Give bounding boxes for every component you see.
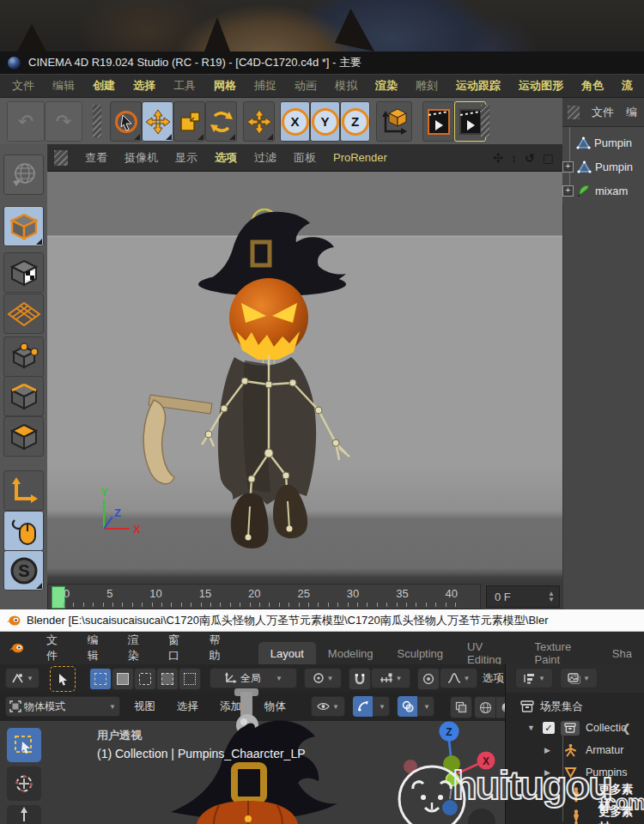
om-menu-edit[interactable]: 编 <box>626 105 637 120</box>
coordinate-system-button[interactable] <box>376 101 412 142</box>
frame-spinner[interactable]: ▲▼ <box>548 591 559 603</box>
disclosure-triangle[interactable]: ▶ <box>544 746 550 754</box>
c4d-menu-motion-tracker[interactable]: 运动跟踪 <box>456 78 501 94</box>
c4d-menu-mograph[interactable]: 运动图形 <box>519 78 563 94</box>
select-mode-box[interactable] <box>112 668 134 690</box>
render-view-button[interactable] <box>422 101 454 142</box>
c4d-timeline-ruler[interactable]: 0 5 10 15 20 25 30 35 40 <box>47 584 481 609</box>
workspace-tab-modeling[interactable]: Modeling <box>316 642 386 664</box>
workspace-tab-texture-paint[interactable]: Texture Paint <box>523 642 600 664</box>
c4d-menu-simulate[interactable]: 模拟 <box>335 78 357 94</box>
c4d-menu-animate[interactable]: 动画 <box>295 78 317 94</box>
collection-checkbox[interactable]: ✓ <box>543 722 555 734</box>
c4d-menu-edit[interactable]: 编辑 <box>52 78 75 94</box>
gizmos-dropdown[interactable]: ▼ <box>352 696 390 717</box>
workspace-tab-uv-editing[interactable]: UV Editing <box>455 642 522 664</box>
vp-menu-view[interactable]: 查看 <box>85 150 107 166</box>
vp-dolly-icon[interactable]: ↕ <box>511 151 517 165</box>
bl-menu-edit[interactable]: 编辑 <box>87 633 105 663</box>
vp-pan-icon[interactable]: ✣ <box>493 151 503 165</box>
bl-menu-render[interactable]: 渲染 <box>128 633 146 663</box>
c4d-menu-sculpt[interactable]: 雕刻 <box>416 78 438 94</box>
live-selection-tool[interactable] <box>110 101 142 142</box>
polygons-mode-button[interactable] <box>3 416 44 457</box>
workplane-mode-button[interactable] <box>3 294 44 334</box>
pumpins-row[interactable]: ▶ Pumpins <box>505 763 644 782</box>
outliner-editor-dropdown[interactable]: ▼ <box>515 668 553 688</box>
enable-axis-button[interactable] <box>3 470 44 511</box>
vp-menu-filter[interactable]: 过滤 <box>254 150 276 166</box>
z-axis-lock-button[interactable]: Z <box>340 101 370 142</box>
c4d-menu-mesh[interactable]: 网格 <box>214 78 236 94</box>
undo-button[interactable]: ↶ <box>7 101 45 142</box>
gizmo-minus-z[interactable] <box>442 800 458 815</box>
vp-menu-options[interactable]: 选项 <box>215 150 237 166</box>
c4d-menu-character[interactable]: 角色 <box>581 78 604 94</box>
move-tool[interactable] <box>142 101 173 142</box>
last-used-tool[interactable] <box>243 101 275 142</box>
workspace-tab-layout[interactable]: Layout <box>258 642 316 664</box>
c4d-menu-select[interactable]: 选择 <box>133 78 155 94</box>
bl-menu-help[interactable]: 帮助 <box>209 633 227 663</box>
disclosure-triangle[interactable]: ▶ <box>544 768 550 777</box>
xray-toggle[interactable] <box>450 696 472 718</box>
om-menu-file[interactable]: 文件 <box>592 105 614 120</box>
c4d-menu-tools[interactable]: 工具 <box>173 78 196 94</box>
make-editable-button[interactable] <box>3 154 44 195</box>
drag-handle[interactable] <box>54 150 68 166</box>
x-axis-lock-button[interactable]: X <box>280 101 310 142</box>
mode-dropdown[interactable]: 物体模式 ▼ <box>5 696 120 717</box>
expand-toggle[interactable]: + <box>562 161 574 173</box>
c4d-menu-snap[interactable]: 捕捉 <box>254 78 276 94</box>
select-mode-circle[interactable] <box>134 668 156 690</box>
select-mode-tweak[interactable] <box>89 668 112 690</box>
object-row-pumpkin-2[interactable]: + Pumpin <box>562 155 644 178</box>
disclosure-triangle[interactable]: ▼ <box>527 724 535 732</box>
bl-cursor-tool[interactable] <box>7 766 41 801</box>
blender-viewport[interactable]: 用户透视 (1) Collection | Pumpins_Chaarcter_… <box>0 721 505 824</box>
c4d-menu-create[interactable]: 创建 <box>93 78 115 94</box>
c4d-menu-render[interactable]: 渲染 <box>375 78 398 94</box>
bl-menu-window[interactable]: 窗口 <box>168 633 186 663</box>
active-tool-button[interactable] <box>50 666 76 692</box>
vp-rotate-icon[interactable]: ↺ <box>525 151 535 165</box>
snap-settings-button[interactable]: S <box>3 550 44 591</box>
editor-type-dropdown[interactable]: ▼ <box>5 668 39 688</box>
vp-menu-camera[interactable]: 摄像机 <box>125 150 158 166</box>
overlays-toggle[interactable] <box>398 696 417 717</box>
gizmos-toggle[interactable] <box>353 696 373 717</box>
gizmo-origin[interactable] <box>447 773 459 786</box>
redo-button[interactable]: ↷ <box>45 101 82 142</box>
c4d-viewport[interactable]: Y Z X <box>47 172 562 584</box>
gizmo-y-axis[interactable] <box>443 755 460 772</box>
c4d-menu-pipeline[interactable]: 流 <box>622 78 633 94</box>
proportional-editing-toggle[interactable] <box>417 668 440 690</box>
options-menu[interactable]: 选项 <box>483 664 504 693</box>
shading-wireframe-button[interactable] <box>474 696 496 718</box>
armature-row[interactable]: ▶ Armatur <box>505 741 644 760</box>
object-row-pumpkin-1[interactable]: Pumpin <box>562 131 644 154</box>
workspace-tab-shading[interactable]: Sha <box>600 642 644 664</box>
sidebar-collapse-arrow[interactable]: ❮ <box>622 722 631 735</box>
bl-move-tool[interactable] <box>7 805 41 824</box>
scale-tool[interactable] <box>173 101 205 142</box>
bl-vp-menu-view[interactable]: 视图 <box>134 693 155 721</box>
rotate-tool[interactable] <box>205 101 237 142</box>
vp-menu-prorender[interactable]: ProRender <box>333 151 387 164</box>
edges-mode-button[interactable] <box>3 376 44 416</box>
falloff-dropdown[interactable]: ▼ <box>440 668 477 688</box>
model-mode-button[interactable] <box>3 206 44 246</box>
texture-mode-button[interactable] <box>3 252 44 293</box>
bl-select-box-tool[interactable] <box>7 728 41 762</box>
overlays-dropdown[interactable]: ▼ <box>397 696 434 717</box>
bl-menu-file[interactable]: 文件 <box>46 633 64 663</box>
scene-collection-row[interactable]: 场景集合 <box>505 697 644 716</box>
vp-maximize-icon[interactable]: ▢ <box>543 151 554 165</box>
vp-menu-panel[interactable]: 面板 <box>294 150 316 166</box>
snap-target-dropdown[interactable]: ▼ <box>371 668 410 688</box>
object-row-mixamo-rig[interactable]: + mixam <box>562 179 644 202</box>
points-mode-button[interactable] <box>3 336 44 377</box>
snap-toggle-button[interactable] <box>349 668 371 690</box>
drag-handle[interactable] <box>568 106 580 119</box>
workspace-tab-sculpting[interactable]: Sculpting <box>386 642 455 664</box>
